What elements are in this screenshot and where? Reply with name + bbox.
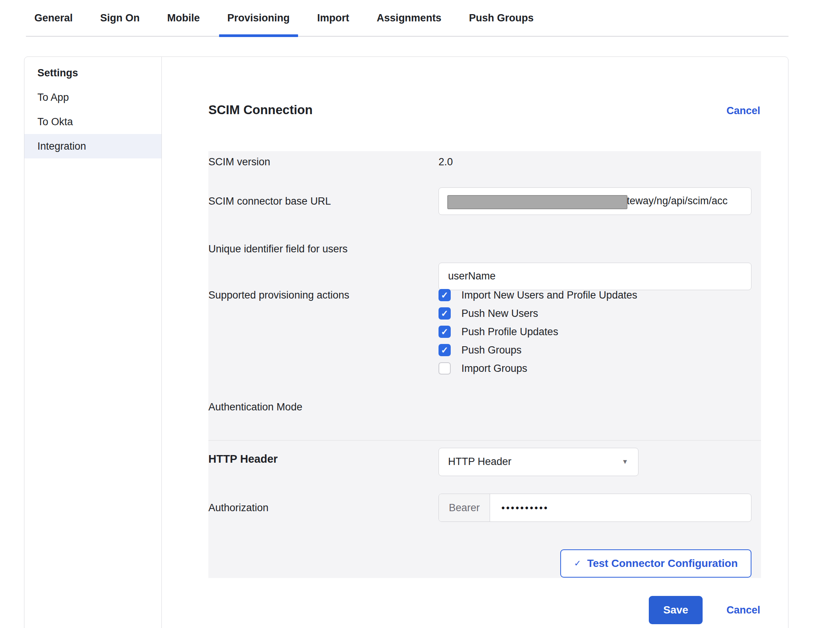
auth-mode-label: Authentication Mode xyxy=(208,393,302,421)
checkbox-label: Push New Users xyxy=(461,308,538,320)
auth-mode-value: HTTP Header xyxy=(448,456,511,467)
scim-version-value: 2.0 xyxy=(439,151,453,173)
tab-push-groups[interactable]: Push Groups xyxy=(469,0,534,36)
provisioning-actions-label: Supported provisioning actions xyxy=(208,286,349,304)
base-url-label: SCIM connector base URL xyxy=(208,187,331,215)
checkbox-row-import-groups[interactable]: Import Groups xyxy=(439,359,527,378)
main-header: SCIM Connection Cancel xyxy=(208,103,760,117)
settings-sidebar: Settings To AppTo OktaIntegration xyxy=(24,57,162,628)
checkbox-row-push-groups[interactable]: ✓Push Groups xyxy=(439,341,522,359)
http-header-section-title: HTTP Header xyxy=(208,453,278,465)
unique-id-label: Unique identifier field for users xyxy=(208,235,348,263)
test-connector-label: Test Connector Configuration xyxy=(587,557,738,570)
tab-sign-on[interactable]: Sign On xyxy=(100,0,140,36)
sidebar-item-integration[interactable]: Integration xyxy=(24,134,161,158)
authorization-label: Authorization xyxy=(208,494,269,522)
scim-version-label: SCIM version xyxy=(208,151,270,173)
check-icon: ✓ xyxy=(441,346,448,355)
tab-mobile[interactable]: Mobile xyxy=(167,0,200,36)
check-icon: ✓ xyxy=(574,559,581,568)
tab-provisioning[interactable]: Provisioning xyxy=(227,0,290,36)
checkbox-checked-icon[interactable]: ✓ xyxy=(439,326,451,338)
checkbox-row-push-new-users[interactable]: ✓Push New Users xyxy=(439,304,538,323)
section-divider xyxy=(208,440,761,441)
base-url-visible-tail: /gateway/ng/api/scim/acc xyxy=(613,195,728,207)
sidebar-item-to-okta[interactable]: To Okta xyxy=(24,110,161,134)
redaction-bar xyxy=(447,195,627,209)
checkbox-checked-icon[interactable]: ✓ xyxy=(439,344,451,356)
checkbox-label: Import New Users and Profile Updates xyxy=(461,289,637,301)
checkbox-label: Import Groups xyxy=(461,363,527,375)
base-url-input[interactable]: https://b5bd-135-13-67-149.ngrok.io/gate… xyxy=(439,187,751,215)
checkbox-checked-icon[interactable]: ✓ xyxy=(439,307,451,320)
sidebar-item-to-app[interactable]: To App xyxy=(24,85,161,110)
save-button[interactable]: Save xyxy=(649,596,703,624)
bearer-prefix: Bearer xyxy=(439,494,490,521)
check-icon: ✓ xyxy=(441,309,448,318)
checkbox-label: Push Profile Updates xyxy=(461,326,558,338)
form-footer: Save Cancel xyxy=(649,596,760,624)
checkbox-label: Push Groups xyxy=(461,344,522,356)
checkbox-unchecked-icon[interactable] xyxy=(439,362,451,375)
checkbox-checked-icon[interactable]: ✓ xyxy=(439,289,451,301)
chevron-down-icon: ▼ xyxy=(622,448,628,475)
authorization-input-group: Bearer •••••••••• xyxy=(439,494,751,522)
main-content: SCIM Connection Cancel SCIM version 2.0 … xyxy=(162,57,788,628)
auth-mode-dropdown[interactable]: HTTP Header ▼ xyxy=(439,448,638,476)
check-icon: ✓ xyxy=(441,291,448,300)
check-icon: ✓ xyxy=(441,328,448,336)
sidebar-header: Settings xyxy=(24,61,161,85)
checkbox-row-import-new-users-and-profile-updates[interactable]: ✓Import New Users and Profile Updates xyxy=(439,286,637,304)
page-title: SCIM Connection xyxy=(208,103,313,117)
settings-card: Settings To AppTo OktaIntegration SCIM C… xyxy=(24,57,788,628)
tab-import[interactable]: Import xyxy=(317,0,349,36)
cancel-link-bottom[interactable]: Cancel xyxy=(726,604,760,616)
test-connector-button[interactable]: ✓ Test Connector Configuration xyxy=(560,549,751,578)
app-tab-bar: GeneralSign OnMobileProvisioningImportAs… xyxy=(26,0,788,37)
scim-form-panel: SCIM version 2.0 SCIM connector base URL… xyxy=(208,151,761,578)
tab-general[interactable]: General xyxy=(34,0,73,36)
bearer-token-input[interactable]: •••••••••• xyxy=(490,494,751,521)
checkbox-row-push-profile-updates[interactable]: ✓Push Profile Updates xyxy=(439,323,558,341)
cancel-link-top[interactable]: Cancel xyxy=(726,105,760,117)
tab-assignments[interactable]: Assignments xyxy=(377,0,442,36)
